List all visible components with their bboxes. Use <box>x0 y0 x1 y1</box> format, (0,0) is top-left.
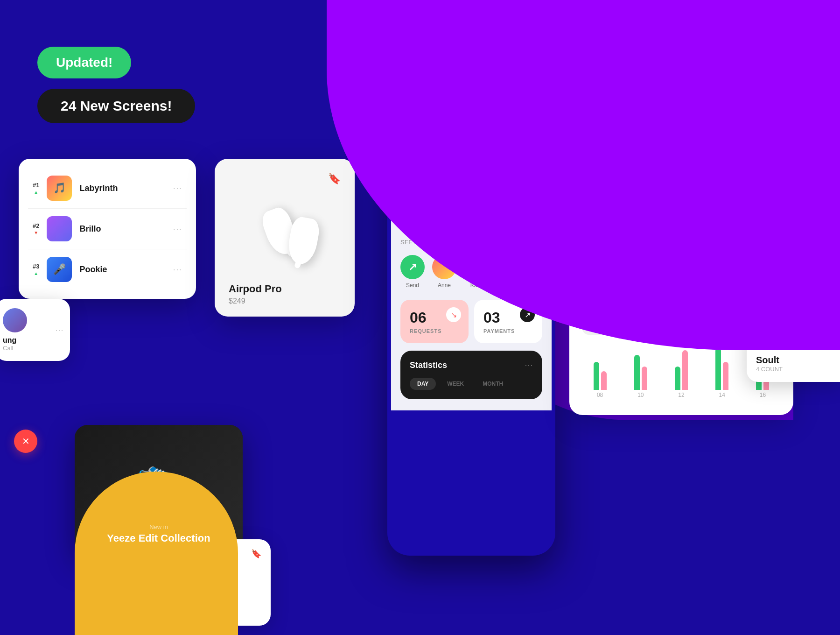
call-end-button[interactable]: ✕ <box>14 430 37 453</box>
bar-pink-0 <box>601 371 607 390</box>
airpod-card: 🔖 Airpod Pro $249 <box>215 159 355 317</box>
soulful-count: 4 COUNT <box>756 366 831 373</box>
tab-day[interactable]: DAY <box>410 378 436 390</box>
rank-arrow-up-1: ▲ <box>34 190 38 195</box>
bar-green-2 <box>675 367 680 390</box>
rank-3: #3 <box>33 263 39 270</box>
chart-bars-0 <box>594 343 607 390</box>
airpod-name: Airpod Pro <box>229 283 341 295</box>
tab-month[interactable]: MONTH <box>475 378 511 390</box>
airpod-stem-right <box>294 245 307 269</box>
avatar-labyrinth: 🎵 <box>47 176 72 201</box>
airpod-visual <box>238 194 331 269</box>
bar-pink-1 <box>642 367 647 390</box>
chart-bars-3 <box>715 343 728 390</box>
statistics-menu[interactable]: ⋯ <box>525 360 533 370</box>
contact-name-send: Send <box>406 282 419 289</box>
chart-bars-2 <box>675 343 688 390</box>
chart-label-2: 12 <box>678 392 684 398</box>
requests-card[interactable]: ↘ 06 REQUESTS <box>400 300 469 343</box>
contact-send[interactable]: ↗ Send <box>400 255 425 289</box>
statistics-card: Statistics ⋯ DAY WEEK MONTH <box>400 351 542 399</box>
rank-arrow-down-2: ▼ <box>34 230 38 235</box>
chart-group-1: 10 <box>623 343 658 398</box>
rank-arrow-up-3: ▲ <box>34 271 38 276</box>
payments-label: PAYMENTS <box>483 328 533 334</box>
airpod-image <box>238 190 331 274</box>
rank-2: #2 <box>33 222 39 229</box>
rank-1: #1 <box>33 182 39 189</box>
contact-name-anne: Anne <box>438 282 451 289</box>
bar-green-1 <box>634 355 640 390</box>
call-label: Call <box>3 345 63 352</box>
music-options-2[interactable]: ⋯ <box>173 223 182 234</box>
send-avatar: ↗ <box>400 255 425 279</box>
updated-badge: Updated! <box>37 47 131 78</box>
suitcase-bookmark[interactable]: 🔖 <box>251 549 261 559</box>
yeezy-text: New in Yeeze Edit Collection <box>107 523 210 556</box>
airpod-price: $249 <box>229 297 341 305</box>
call-avatar <box>3 308 27 332</box>
music-item-2[interactable]: #2 ▼ Brillo ⋯ <box>28 209 187 249</box>
music-list-card: #1 ▲ 🎵 Labyrinth ⋯ #2 ▼ Brillo ⋯ #3 ▲ 🎤 … <box>19 159 196 299</box>
music-options-3[interactable]: ⋯ <box>173 264 182 275</box>
chart-label-0: 08 <box>597 392 603 398</box>
yeezy-new-in: New in <box>107 523 210 530</box>
music-item-3[interactable]: #3 ▲ 🎤 Pookie ⋯ <box>28 249 187 289</box>
screens-badge: 24 New Screens! <box>37 89 195 123</box>
music-name-3: Pookie <box>79 265 165 275</box>
chart-group-2: 12 <box>664 343 699 398</box>
music-item-1[interactable]: #1 ▲ 🎵 Labyrinth ⋯ <box>28 168 187 209</box>
chart-label-3: 14 <box>719 392 725 398</box>
statistics-title: Statistics <box>410 360 447 370</box>
airpod-bookmark[interactable]: 🔖 <box>229 173 341 185</box>
music-name-2: Brillo <box>79 224 165 234</box>
chart-label-4: 16 <box>760 392 766 398</box>
statistics-header: Statistics ⋯ <box>410 360 533 370</box>
music-name-1: Labyrinth <box>79 183 165 193</box>
chart-label-1: 10 <box>637 392 644 398</box>
call-options-button[interactable]: ⋯ <box>55 325 63 335</box>
bar-pink-2 <box>682 350 688 390</box>
bar-green-0 <box>594 362 599 390</box>
call-card: ung Call ⋯ <box>0 299 70 361</box>
avatar-pookie: 🎤 <box>47 257 72 282</box>
bar-pink-3 <box>723 362 728 390</box>
chart-group-0: 08 <box>582 343 617 398</box>
requests-label: REQUESTS <box>410 328 459 334</box>
chart-group-3: 14 <box>705 343 740 398</box>
requests-icon: ↘ <box>446 307 461 322</box>
music-options-1[interactable]: ⋯ <box>173 183 182 194</box>
call-name: ung <box>3 336 63 345</box>
bar-green-3 <box>715 348 721 390</box>
chart-bars-1 <box>634 343 647 390</box>
avatar-brillo <box>47 216 72 241</box>
soulful-name: Soult <box>756 355 831 366</box>
tab-week[interactable]: WEEK <box>440 378 471 390</box>
yeezy-title: Yeeze Edit Collection <box>107 532 210 544</box>
statistics-tabs: DAY WEEK MONTH <box>410 378 533 390</box>
